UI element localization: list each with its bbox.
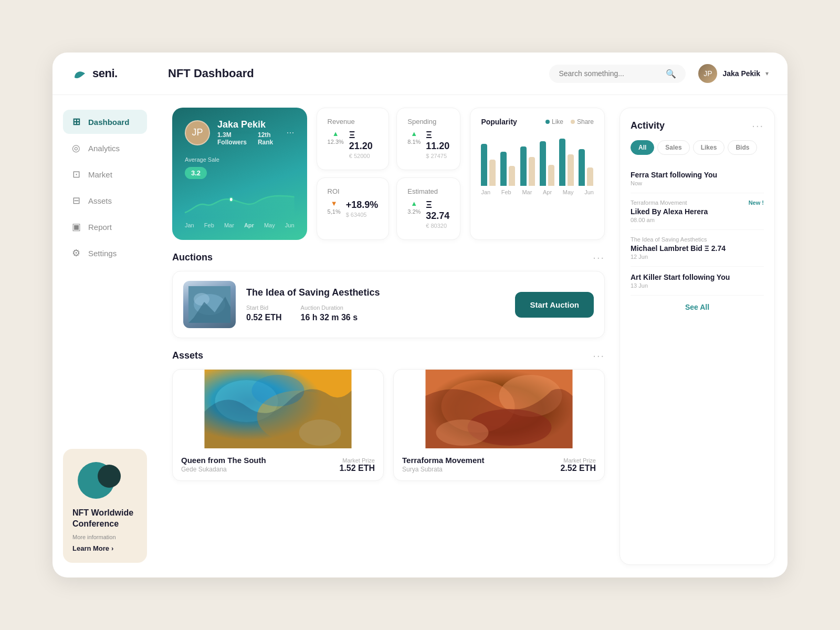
stats-row: JP Jaka Pekik 1.3M Followers 12th Rank ·… <box>172 108 605 240</box>
popularity-card: Popularity Like Share <box>470 108 605 240</box>
search-bar[interactable]: 🔍 <box>549 65 686 83</box>
asset-image-1 <box>394 370 604 448</box>
asset-name-0: Queen from The South <box>181 456 266 465</box>
tab-sales[interactable]: Sales <box>657 140 689 155</box>
auction-duration-item: Auction Duration 16 h 32 m 36 s <box>301 304 358 322</box>
metric-revenue-arrow: ▲ <box>332 130 339 138</box>
bar-jan-like <box>481 144 487 186</box>
metric-spending-arrow: ▲ <box>411 130 417 138</box>
activity-text-0: Ferra Start following You <box>631 171 764 179</box>
metric-spending-value: Ξ 11.20 <box>426 130 449 152</box>
sidebar: ⊞ Dashboard ◎ Analytics ⊡ Market ⊟ Asset… <box>52 95 158 578</box>
auction-duration-value: 16 h 32 m 36 s <box>301 313 358 322</box>
learn-more-button[interactable]: Learn More › <box>72 544 138 552</box>
activity-source-1: Terraforma Movement New ! <box>631 200 764 206</box>
mini-chart <box>185 186 295 218</box>
bar-feb-like <box>500 152 507 186</box>
market-icon: ⊡ <box>70 169 82 180</box>
metric-estimated: Estimated ▲ 3.2% Ξ 32.74 € 80320 <box>396 177 460 240</box>
auctions-section: Auctions ··· <box>172 251 605 338</box>
profile-info: Jaka Pekik 1.3M Followers 12th Rank <box>217 119 279 146</box>
bar-jun-like <box>579 149 585 186</box>
metric-revenue-pct: 12.3% <box>328 139 344 145</box>
promo-circle-dark <box>98 465 121 488</box>
logo-text: seni. <box>92 67 118 80</box>
search-input[interactable] <box>559 69 662 78</box>
asset-name-1: Terraforma Movement <box>402 456 484 465</box>
metric-roi-label: ROI <box>328 187 379 195</box>
page-title: NFT Dashboard <box>168 67 537 80</box>
sidebar-item-analytics[interactable]: ◎ Analytics <box>63 136 147 160</box>
activity-item-2: The Idea of Saving Aesthetics Michael La… <box>631 230 764 267</box>
asset-price-label-0: Market Prize <box>339 457 375 464</box>
sidebar-label-market: Market <box>88 170 112 179</box>
analytics-icon: ◎ <box>70 142 82 154</box>
metric-estimated-arrow: ▲ <box>411 200 417 207</box>
bar-may-share <box>568 154 574 186</box>
start-auction-button[interactable]: Start Auction <box>515 292 594 318</box>
bar-feb-share <box>509 166 515 186</box>
auction-bid-value: 0.52 ETH <box>246 313 282 322</box>
auctions-more-icon[interactable]: ··· <box>593 251 605 264</box>
activity-time-0: Now <box>631 180 764 186</box>
asset-card-0: Queen from The South Gede Sukadana Marke… <box>172 369 384 481</box>
sidebar-item-settings[interactable]: ⚙ Settings <box>63 241 147 265</box>
sidebar-item-market[interactable]: ⊡ Market <box>63 162 147 186</box>
auction-duration-label: Auction Duration <box>301 304 358 311</box>
legend-like: Like <box>545 118 563 125</box>
metric-estimated-value: Ξ 32.74 <box>426 200 449 222</box>
activity-more-icon[interactable]: ··· <box>752 120 764 132</box>
asset-price-0: 1.52 ETH <box>339 464 375 473</box>
auction-details: The Idea of Saving Aesthetics Start Bid … <box>246 287 505 322</box>
promo-title: NFT Worldwide Conference <box>72 508 138 530</box>
metric-estimated-label: Estimated <box>407 187 449 195</box>
bar-apr-share <box>548 165 554 186</box>
see-all-button[interactable]: See All <box>631 296 764 311</box>
asset-creator-1: Surya Subrata <box>402 466 484 473</box>
activity-item-0: Ferra Start following You Now <box>631 164 764 193</box>
metric-estimated-pct: 3.2% <box>407 208 421 215</box>
metric-roi-arrow: ▼ <box>331 200 338 207</box>
settings-icon: ⚙ <box>70 247 82 259</box>
sidebar-item-report[interactable]: ▣ Report <box>63 215 147 239</box>
logo: seni. <box>71 65 155 82</box>
popularity-legend: Like Share <box>545 118 594 125</box>
profile-card: JP Jaka Pekik 1.3M Followers 12th Rank ·… <box>172 108 307 240</box>
metric-roi-value: +18.9% <box>346 200 379 211</box>
activity-item-3: Art Killer Start following You 13 Jun <box>631 267 764 296</box>
avatar: JP <box>698 64 717 83</box>
auction-bid-item: Start Bid 0.52 ETH <box>246 304 282 322</box>
asset-info-1: Terraforma Movement Surya Subrata Market… <box>394 448 604 480</box>
asset-creator-0: Gede Sukadana <box>181 466 266 473</box>
search-icon: 🔍 <box>666 69 676 79</box>
sidebar-item-dashboard[interactable]: ⊞ Dashboard <box>63 110 147 134</box>
asset-price-label-1: Market Prize <box>560 457 596 464</box>
sidebar-label-settings: Settings <box>88 249 117 258</box>
popularity-chart <box>481 133 594 186</box>
bar-jan-share <box>489 160 496 186</box>
metric-roi-pct: 5,1% <box>328 208 341 215</box>
tab-likes[interactable]: Likes <box>693 140 725 155</box>
sidebar-label-analytics: Analytics <box>88 144 120 153</box>
auction-card: The Idea of Saving Aesthetics Start Bid … <box>172 271 605 338</box>
activity-item-1: Terraforma Movement New ! Liked By Alexa… <box>631 193 764 230</box>
popularity-title: Popularity <box>481 118 517 126</box>
user-profile[interactable]: JP Jaka Pekik ▾ <box>698 64 769 83</box>
tab-all[interactable]: All <box>631 140 654 155</box>
sidebar-item-assets[interactable]: ⊟ Assets <box>63 188 147 213</box>
tab-bids[interactable]: Bids <box>728 140 757 155</box>
activity-time-1: 08.00 am <box>631 217 764 223</box>
assets-more-icon[interactable]: ··· <box>593 350 605 362</box>
avg-sale-label: Average Sale <box>185 156 295 163</box>
auction-name: The Idea of Saving Aesthetics <box>246 287 505 298</box>
svg-point-3 <box>194 293 209 306</box>
profile-followers: 1.3M Followers <box>217 131 249 146</box>
activity-text-2: Michael Lambret Bid Ξ 2.74 <box>631 244 764 253</box>
bar-may-like <box>559 139 565 186</box>
chevron-down-icon: ▾ <box>765 70 769 77</box>
activity-title: Activity <box>631 120 665 131</box>
promo-graphic <box>72 459 138 501</box>
more-options-icon[interactable]: ··· <box>287 127 295 138</box>
profile-avatar: JP <box>185 120 210 145</box>
metric-spending-label: Spending <box>407 118 449 125</box>
